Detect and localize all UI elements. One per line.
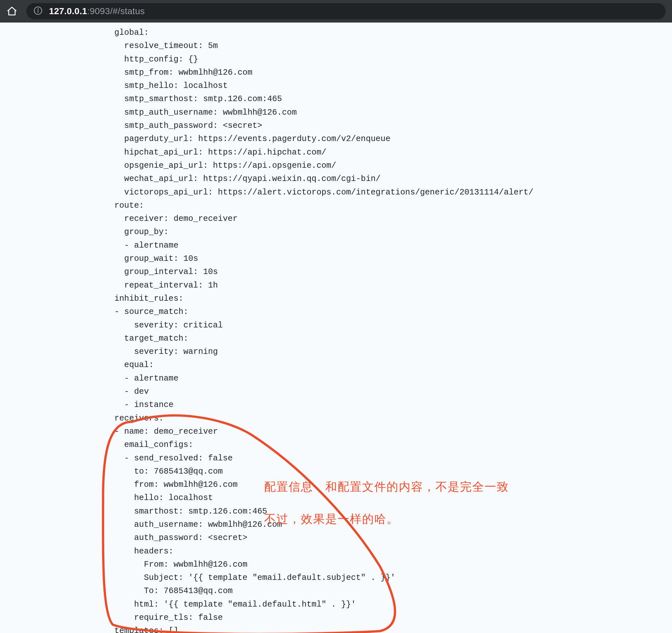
- config-yaml-block: global: resolve_timeout: 5m http_config:…: [114, 26, 533, 633]
- annotation-text-line2: 不过，效果是一样的哈。: [264, 512, 399, 527]
- page-body: global: resolve_timeout: 5m http_config:…: [0, 23, 672, 633]
- home-icon[interactable]: [6, 6, 17, 17]
- url-text: 127.0.0.1:9093/#/status: [49, 6, 145, 17]
- annotation-text-line1: 配置信息，和配置文件的内容，不是完全一致: [264, 479, 509, 495]
- browser-address-bar: 127.0.0.1:9093/#/status: [0, 0, 672, 23]
- url-bar[interactable]: 127.0.0.1:9093/#/status: [26, 3, 666, 19]
- info-icon[interactable]: [33, 6, 43, 17]
- url-rest: :9093/#/status: [87, 6, 145, 16]
- url-host: 127.0.0.1: [49, 6, 87, 16]
